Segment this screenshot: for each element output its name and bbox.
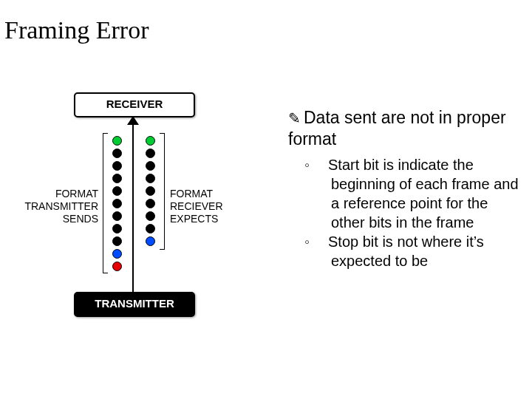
sub-bullet-1-text: Start bit is indicate the beginning of e… — [328, 157, 519, 231]
tx-format-label-line3: SENDS — [63, 213, 98, 225]
rx-format-label: FORMAT RECIEVER EXPECTS — [170, 188, 244, 225]
black-bit-dot — [146, 199, 155, 208]
red-bit-dot — [112, 262, 122, 271]
black-bit-dot — [112, 236, 122, 246]
black-bit-dot — [112, 149, 122, 158]
page-title: Framing Error — [4, 16, 149, 44]
green-bit-dot — [146, 136, 155, 146]
main-bullet: ✎Data sent are not in proper format — [288, 107, 517, 149]
green-bit-dot — [112, 136, 122, 146]
arrow-up-icon — [127, 116, 139, 125]
arrow-shaft — [132, 120, 134, 292]
rx-format-label-line2: RECIEVER — [170, 200, 223, 212]
sub-bullet-2-text: Stop bit is not where it’s expected to b… — [328, 233, 484, 269]
black-bit-dot — [112, 211, 122, 221]
blue-bit-dot — [112, 249, 122, 259]
black-bit-dot — [146, 186, 155, 196]
black-bit-dot — [146, 224, 155, 233]
rx-format-label-line1: FORMAT — [170, 188, 213, 200]
right-bracket-icon — [160, 133, 165, 250]
tx-format-label: FORMAT TRANSMITTER SENDS — [21, 188, 98, 225]
black-bit-dot — [112, 199, 122, 208]
receiver-bits-column — [146, 133, 155, 249]
black-bit-dot — [112, 161, 122, 171]
black-bit-dot — [146, 174, 155, 183]
transmitter-bits-column — [112, 133, 122, 274]
tx-format-label-line1: FORMAT — [55, 188, 98, 200]
scribble-bullet-icon: ✎ — [288, 110, 301, 126]
left-bracket-icon — [103, 133, 108, 273]
transmitter-box: TRANSMITTER — [74, 292, 195, 317]
main-bullet-text: Data sent are not in proper format — [288, 108, 506, 149]
black-bit-dot — [146, 149, 155, 158]
ring-bullet-icon: ◦ — [318, 232, 328, 251]
blue-bit-dot — [146, 236, 155, 246]
rx-format-label-line3: EXPECTS — [170, 213, 218, 225]
black-bit-dot — [146, 161, 155, 171]
receiver-box: RECEIVER — [74, 92, 195, 117]
black-bit-dot — [112, 174, 122, 183]
sub-bullet-2: ◦Stop bit is not where it’s expected to … — [318, 232, 521, 270]
black-bit-dot — [112, 224, 122, 233]
black-bit-dot — [146, 211, 155, 221]
tx-format-label-line2: TRANSMITTER — [24, 200, 98, 212]
black-bit-dot — [112, 186, 122, 196]
ring-bullet-icon: ◦ — [318, 155, 328, 174]
sub-bullet-1: ◦Start bit is indicate the beginning of … — [318, 155, 521, 232]
sub-bullet-list: ◦Start bit is indicate the beginning of … — [318, 155, 521, 270]
